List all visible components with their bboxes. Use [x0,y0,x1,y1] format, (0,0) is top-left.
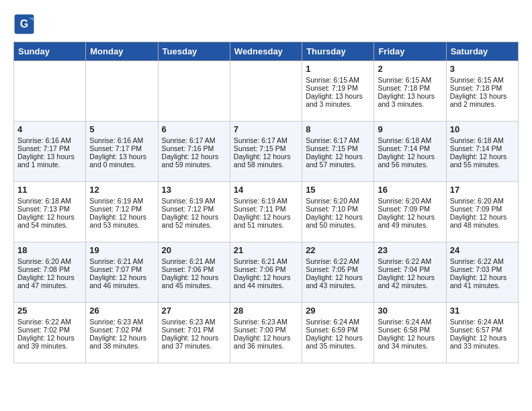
day-info-line: Sunrise: 6:22 AM [306,257,370,265]
day-info-line: Sunrise: 6:24 AM [450,318,515,326]
day-info-line: Sunset: 7:04 PM [378,265,442,273]
day-info-line: Sunrise: 6:19 AM [234,197,298,205]
day-info-line: Sunrise: 6:22 AM [378,257,442,265]
day-info-line: Sunrise: 6:18 AM [378,136,442,144]
calendar-week-row: 25Sunrise: 6:22 AMSunset: 7:02 PMDayligh… [14,303,519,363]
day-info-line: and 43 minutes. [306,281,370,289]
calendar-cell: 23Sunrise: 6:22 AMSunset: 7:04 PMDayligh… [374,242,446,303]
calendar-cell: 16Sunrise: 6:20 AMSunset: 7:09 PMDayligh… [374,182,446,242]
day-info-line: Daylight: 13 hours [306,92,370,100]
day-info-line: and 3 minutes. [306,100,370,108]
header-cell-tuesday: Tuesday [158,42,230,61]
day-info-line: Daylight: 13 hours [450,92,515,100]
day-info-line: Daylight: 12 hours [89,213,154,221]
day-info-line: and 0 minutes. [89,161,154,169]
day-info-line: Daylight: 12 hours [378,213,442,221]
day-info-line: Daylight: 12 hours [17,334,82,342]
day-info-line: Sunrise: 6:19 AM [162,197,226,205]
day-info-line: Sunset: 7:08 PM [17,265,82,273]
day-info-line: Sunset: 7:06 PM [162,265,226,273]
day-info-line: Sunrise: 6:23 AM [234,318,298,326]
calendar-cell: 7Sunrise: 6:17 AMSunset: 7:15 PMDaylight… [230,122,302,182]
day-info-line: and 49 minutes. [378,221,442,229]
calendar-cell [86,61,158,122]
day-number: 27 [162,306,226,316]
day-info-line: and 47 minutes. [17,281,82,289]
calendar-cell: 8Sunrise: 6:17 AMSunset: 7:15 PMDaylight… [302,122,374,182]
calendar-cell [14,61,86,122]
day-info-line: Daylight: 12 hours [450,273,515,281]
calendar-cell: 15Sunrise: 6:20 AMSunset: 7:10 PMDayligh… [302,182,374,242]
day-info-line: Daylight: 12 hours [162,152,226,161]
day-number: 24 [450,245,515,255]
day-info-line: Sunrise: 6:18 AM [450,136,515,144]
day-info-line: Sunset: 7:01 PM [162,326,226,334]
calendar-cell: 27Sunrise: 6:23 AMSunset: 7:01 PMDayligh… [158,303,230,363]
day-info-line: and 53 minutes. [89,221,154,229]
logo-icon: G [13,13,35,35]
calendar-cell [230,61,302,122]
day-info-line: Sunrise: 6:15 AM [450,76,515,84]
day-info-line: Daylight: 12 hours [306,273,370,281]
calendar-cell: 29Sunrise: 6:24 AMSunset: 6:59 PMDayligh… [302,303,374,363]
day-info-line: Sunrise: 6:23 AM [162,318,226,326]
day-info-line: Daylight: 12 hours [378,273,442,281]
calendar-cell: 31Sunrise: 6:24 AMSunset: 6:57 PMDayligh… [446,303,518,363]
day-info-line: Sunrise: 6:20 AM [306,197,370,205]
day-info-line: Daylight: 12 hours [17,213,82,221]
day-info-line: and 51 minutes. [234,221,298,229]
day-info-line: Sunset: 7:15 PM [306,144,370,152]
calendar-cell: 6Sunrise: 6:17 AMSunset: 7:16 PMDaylight… [158,122,230,182]
day-info-line: Sunset: 7:02 PM [89,326,154,334]
day-info-line: Daylight: 12 hours [162,334,226,342]
day-info-line: Daylight: 12 hours [89,334,154,342]
day-number: 9 [378,124,442,134]
day-info-line: Sunrise: 6:19 AM [89,197,154,205]
header-cell-monday: Monday [86,42,158,61]
day-info-line: Daylight: 13 hours [378,92,442,100]
day-info-line: and 1 minute. [17,161,82,169]
day-info-line: Daylight: 12 hours [306,213,370,221]
day-number: 29 [306,306,370,316]
day-number: 6 [162,124,226,134]
day-info-line: Sunset: 7:07 PM [89,265,154,273]
day-number: 2 [378,64,442,74]
day-info-line: Sunrise: 6:24 AM [306,318,370,326]
day-info-line: and 38 minutes. [89,342,154,350]
calendar-cell: 12Sunrise: 6:19 AMSunset: 7:12 PMDayligh… [86,182,158,242]
day-number: 17 [450,185,515,195]
day-number: 14 [234,185,298,195]
day-info-line: Daylight: 12 hours [89,273,154,281]
day-info-line: Sunset: 7:15 PM [234,144,298,152]
calendar-cell: 26Sunrise: 6:23 AMSunset: 7:02 PMDayligh… [86,303,158,363]
day-info-line: Sunrise: 6:20 AM [450,197,515,205]
day-number: 28 [234,306,298,316]
day-info-line: Sunrise: 6:23 AM [89,318,154,326]
calendar-header-row: SundayMondayTuesdayWednesdayThursdayFrid… [14,42,519,61]
logo: G [13,13,38,35]
day-info-line: and 52 minutes. [162,221,226,229]
calendar-cell: 5Sunrise: 6:16 AMSunset: 7:17 PMDaylight… [86,122,158,182]
day-info-line: Sunset: 7:17 PM [89,144,154,152]
day-info-line: Daylight: 12 hours [450,152,515,161]
day-info-line: Sunset: 7:11 PM [234,205,298,213]
calendar-cell: 30Sunrise: 6:24 AMSunset: 6:58 PMDayligh… [374,303,446,363]
day-info-line: and 54 minutes. [17,221,82,229]
day-info-line: and 37 minutes. [162,342,226,350]
day-number: 1 [306,64,370,74]
day-info-line: Sunset: 7:02 PM [17,326,82,334]
day-number: 5 [89,124,154,134]
calendar-table: SundayMondayTuesdayWednesdayThursdayFrid… [13,42,519,363]
day-info-line: Daylight: 12 hours [234,334,298,342]
calendar-cell: 25Sunrise: 6:22 AMSunset: 7:02 PMDayligh… [14,303,86,363]
day-info-line: and 2 minutes. [450,100,515,108]
day-info-line: and 58 minutes. [234,161,298,169]
day-number: 18 [17,245,82,255]
calendar-cell: 28Sunrise: 6:23 AMSunset: 7:00 PMDayligh… [230,303,302,363]
day-info-line: Sunrise: 6:16 AM [17,136,82,144]
day-info-line: and 33 minutes. [450,342,515,350]
day-info-line: Sunrise: 6:22 AM [17,318,82,326]
day-number: 7 [234,124,298,134]
day-info-line: Sunset: 6:59 PM [306,326,370,334]
calendar-week-row: 4Sunrise: 6:16 AMSunset: 7:17 PMDaylight… [14,122,519,182]
